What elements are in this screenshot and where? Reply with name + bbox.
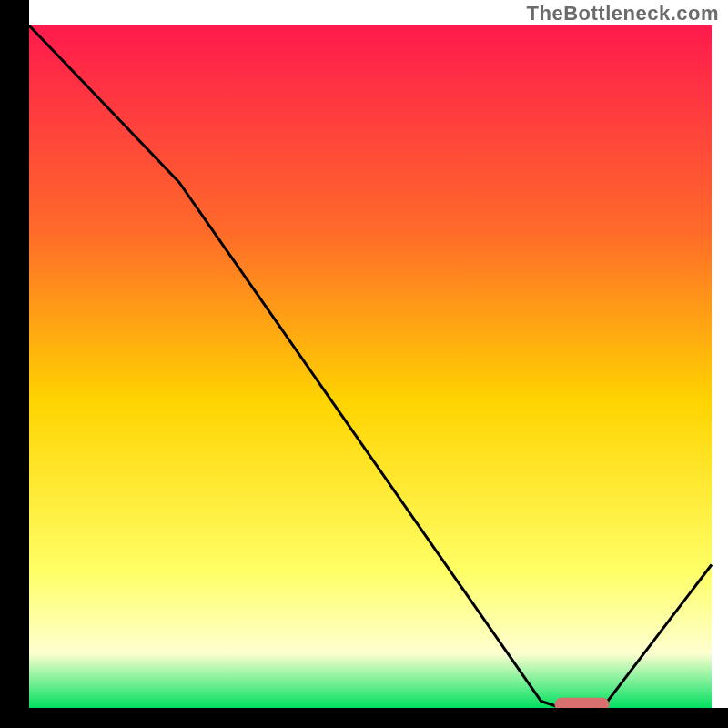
watermark-text: TheBottleneck.com: [527, 2, 719, 25]
y-axis: [0, 0, 29, 728]
bottleneck-chart: [0, 0, 728, 728]
plot-background: [29, 25, 712, 708]
x-axis: [0, 708, 728, 728]
right-margin: [712, 0, 728, 728]
chart-container: TheBottleneck.com: [0, 0, 728, 728]
